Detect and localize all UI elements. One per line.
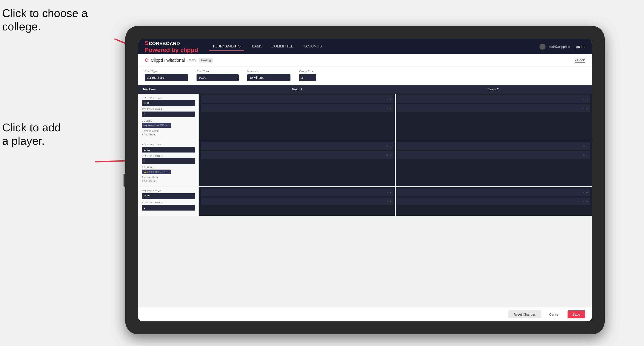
- player-remove[interactable]: ×: [583, 98, 584, 101]
- starting-time-input-2[interactable]: [142, 193, 195, 199]
- add-group-0[interactable]: + Add Group: [142, 133, 195, 136]
- group-team2-0: × ÷ × ÷: [396, 94, 592, 140]
- tournament-name: Clippd Invitational: [151, 58, 185, 63]
- player-remove[interactable]: ×: [386, 200, 388, 203]
- player-remove[interactable]: ×: [583, 153, 584, 157]
- player-edit[interactable]: ÷: [390, 153, 391, 157]
- player-edit[interactable]: ÷: [586, 107, 588, 110]
- player-row[interactable]: × ÷: [201, 142, 394, 150]
- course-remove-0[interactable]: ×: [165, 124, 167, 127]
- player-row[interactable]: × ÷: [201, 95, 394, 103]
- player-row[interactable]: × ÷: [397, 188, 590, 196]
- starting-hole-input-1[interactable]: [142, 158, 195, 164]
- remove-group-0[interactable]: Remove Group: [142, 129, 195, 133]
- nav-link-rankings[interactable]: RANKINGS: [299, 42, 325, 51]
- starting-time-input-1[interactable]: [142, 147, 195, 153]
- player-row[interactable]: × ÷: [397, 95, 590, 103]
- player-row[interactable]: × ÷: [397, 198, 590, 205]
- nav-right: blair@clippd.io Sign out: [540, 44, 585, 50]
- starting-hole-input-0[interactable]: [142, 112, 195, 117]
- group-size-select[interactable]: 3: [299, 74, 316, 81]
- group-size-group: Group Size 3: [299, 70, 316, 81]
- player-row[interactable]: × ÷: [201, 104, 394, 112]
- player-edit[interactable]: ÷: [390, 191, 391, 194]
- starting-time-input-0[interactable]: [142, 100, 195, 106]
- sign-out-link[interactable]: Sign out: [574, 45, 585, 48]
- player-remove[interactable]: ×: [386, 107, 388, 110]
- starting-time-label-0: STARTING TIME:: [142, 97, 195, 99]
- nav-bar: SCOREBOARD Powered by clippd TOURNAMENTS…: [138, 39, 592, 54]
- th-team2: Team 2: [395, 87, 592, 91]
- group-actions-1: Remove Group + Add Group: [142, 176, 195, 183]
- group-team1-0: × ÷ × ÷: [199, 94, 395, 140]
- nav-link-tournaments[interactable]: TOURNAMENTS: [209, 42, 244, 51]
- player-edit[interactable]: ÷: [586, 153, 588, 157]
- table-row: STARTING TIME: STARTING HOLE: COURSE: (A…: [138, 94, 592, 140]
- nav-link-committee[interactable]: COMMITTEE: [268, 42, 297, 51]
- group-team2-2: × ÷ × ÷: [396, 187, 592, 216]
- starting-hole-label-2: STARTING HOLE:: [142, 201, 195, 204]
- group-left-0: STARTING TIME: STARTING HOLE: COURSE: (A…: [138, 94, 199, 140]
- group-actions-0: Remove Group + Add Group: [142, 129, 195, 136]
- back-button[interactable]: ‹ Back: [575, 58, 585, 63]
- player-edit[interactable]: ÷: [390, 98, 391, 101]
- group-team2-1: × ÷ × ÷: [396, 140, 592, 186]
- player-remove[interactable]: ×: [583, 191, 584, 194]
- player-edit[interactable]: ÷: [586, 98, 588, 101]
- table-header: Tee Time Team 1 Team 2: [138, 85, 592, 94]
- player-edit[interactable]: ÷: [390, 144, 391, 148]
- player-edit[interactable]: ÷: [586, 200, 588, 203]
- player-row[interactable]: × ÷: [201, 151, 394, 159]
- remove-group-1[interactable]: Remove Group: [142, 176, 195, 179]
- player-row[interactable]: × ÷: [397, 151, 590, 159]
- add-group-1[interactable]: + Add Group: [142, 180, 195, 183]
- player-row[interactable]: × ÷: [201, 188, 394, 196]
- annotation-add-player: Click to add a player.: [2, 121, 61, 148]
- player-remove[interactable]: ×: [386, 191, 388, 194]
- nav-link-teams[interactable]: TEAMS: [246, 42, 266, 51]
- player-row[interactable]: × ÷: [397, 104, 590, 112]
- player-edit[interactable]: ÷: [586, 144, 588, 148]
- user-avatar: [540, 44, 546, 50]
- scoreboard-logo: SCOREBOARD Powered by clippd: [145, 40, 198, 53]
- player-remove[interactable]: ×: [386, 98, 388, 101]
- player-edit[interactable]: ÷: [586, 191, 588, 194]
- tournament-title: C Clippd Invitational (Men) Hosting: [145, 57, 213, 63]
- player-remove[interactable]: ×: [583, 107, 584, 110]
- c-logo: C: [145, 57, 148, 63]
- start-type-group: Start Type 1st Tee Start: [145, 70, 188, 81]
- tournament-gender: (Men): [188, 58, 196, 62]
- start-time-input[interactable]: [196, 74, 239, 81]
- player-row[interactable]: × ÷: [397, 142, 590, 150]
- course-remove-1[interactable]: ×: [165, 171, 166, 173]
- group-team1-1: × ÷ × ÷: [199, 140, 395, 186]
- player-edit[interactable]: ÷: [390, 107, 391, 110]
- start-time-group: Start Time: [196, 70, 239, 81]
- logo-letter: S: [145, 40, 149, 46]
- player-remove[interactable]: ×: [386, 153, 388, 157]
- player-row[interactable]: × ÷: [201, 198, 394, 205]
- group-left-1: STARTING TIME: STARTING HOLE: COURSE: ⛳ …: [138, 140, 199, 186]
- reset-changes-button[interactable]: Reset Changes: [508, 310, 541, 318]
- start-type-select[interactable]: 1st Tee Start: [145, 74, 188, 81]
- intervals-group: Intervals 10 Minutes: [247, 70, 290, 81]
- starting-hole-label-1: STARTING HOLE:: [142, 155, 195, 157]
- player-remove[interactable]: ×: [386, 144, 388, 148]
- starting-hole-input-2[interactable]: [142, 205, 195, 210]
- group-left-2: STARTING TIME: STARTING HOLE:: [138, 187, 199, 216]
- tablet-side-button: [124, 174, 125, 186]
- group-team1-2: × ÷ × ÷: [199, 187, 395, 216]
- annotation-choose-college: Click to choose a college.: [2, 6, 88, 33]
- course-edit-0[interactable]: ÷: [168, 124, 170, 127]
- save-button[interactable]: Save: [568, 310, 585, 318]
- cancel-button[interactable]: Cancel: [544, 310, 564, 318]
- player-remove[interactable]: ×: [583, 200, 584, 203]
- course-label-1: COURSE:: [142, 166, 195, 169]
- intervals-select[interactable]: 10 Minutes: [247, 74, 290, 81]
- course-tag-0: (A) Peachtree GC × ÷: [142, 123, 171, 128]
- player-edit[interactable]: ÷: [390, 200, 391, 203]
- nav-links: TOURNAMENTS TEAMS COMMITTEE RANKINGS: [209, 42, 540, 51]
- player-remove[interactable]: ×: [583, 144, 584, 148]
- course-edit-1[interactable]: ÷: [168, 171, 169, 173]
- table-row: STARTING TIME: STARTING HOLE: × ÷ ×: [138, 187, 592, 216]
